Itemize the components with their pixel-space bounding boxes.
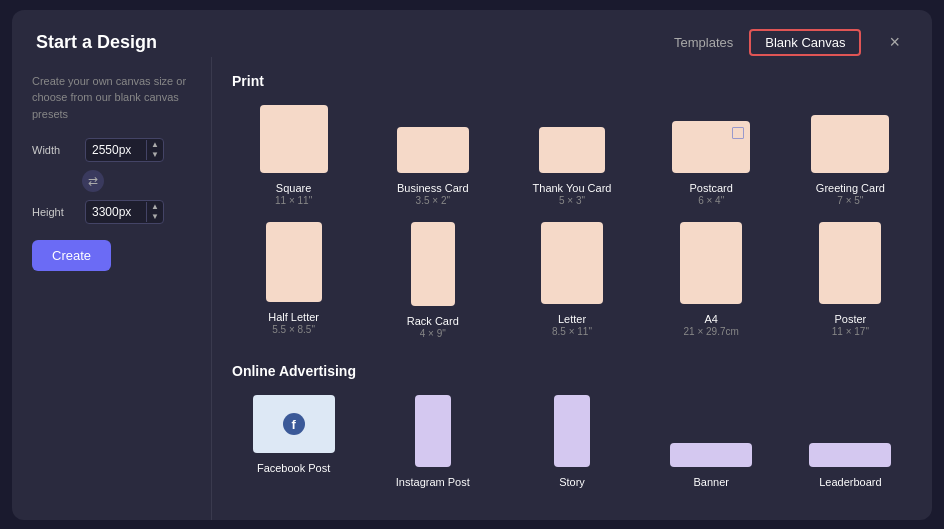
online-advertising-section: Online Advertising f Facebook Post Insta… (232, 363, 912, 489)
facebook-post-preview: f (253, 395, 335, 453)
template-business-card[interactable]: Business Card 3.5 × 2" (371, 105, 494, 206)
height-label: Height (32, 206, 77, 218)
thank-you-card-preview (539, 127, 605, 173)
half-letter-name: Half Letter (268, 310, 319, 324)
leaderboard-name: Leaderboard (819, 475, 881, 489)
facebook-icon: f (283, 413, 305, 435)
width-decrement[interactable]: ▼ (147, 150, 163, 160)
template-thank-you-card[interactable]: Thank You Card 5 × 3" (510, 105, 633, 206)
template-a4[interactable]: A4 21 × 29.7cm (650, 222, 773, 339)
sidebar-description: Create your own canvas size or choose fr… (32, 73, 191, 123)
greeting-card-name: Greeting Card (816, 181, 885, 195)
close-button[interactable]: × (881, 28, 908, 57)
a4-preview (680, 222, 742, 304)
modal-header: Start a Design Templates Blank Canvas × (12, 10, 932, 57)
square-preview (260, 105, 328, 173)
height-decrement[interactable]: ▼ (147, 212, 163, 222)
width-input[interactable] (86, 139, 146, 161)
height-input-wrapper: ▲ ▼ (85, 200, 164, 224)
tab-templates[interactable]: Templates (658, 29, 749, 56)
poster-size: 11 × 17" (832, 326, 869, 337)
facebook-post-name: Facebook Post (257, 461, 330, 475)
story-preview (554, 395, 590, 467)
postcard-name: Postcard (689, 181, 732, 195)
content-area: Print Square 11 × 11" Business Card 3.5 … (212, 57, 932, 520)
width-input-wrapper: ▲ ▼ (85, 138, 164, 162)
print-grid: Square 11 × 11" Business Card 3.5 × 2" T… (232, 105, 912, 340)
banner-name: Banner (693, 475, 728, 489)
sidebar: Create your own canvas size or choose fr… (12, 57, 212, 520)
tab-group: Templates Blank Canvas (658, 29, 861, 56)
story-name: Story (559, 475, 585, 489)
template-postcard[interactable]: Postcard 6 × 4" (650, 105, 773, 206)
tab-blank-canvas[interactable]: Blank Canvas (749, 29, 861, 56)
banner-preview (670, 443, 752, 467)
dimension-fields: Width ▲ ▼ ⇄ Height (32, 138, 191, 224)
postcard-size: 6 × 4" (698, 195, 724, 206)
swap-button[interactable]: ⇄ (82, 170, 104, 192)
template-rack-card[interactable]: Rack Card 4 × 9" (371, 222, 494, 339)
rack-card-name: Rack Card (407, 314, 459, 328)
height-row: Height ▲ ▼ (32, 200, 191, 224)
template-leaderboard[interactable]: Leaderboard (789, 395, 912, 489)
template-letter[interactable]: Letter 8.5 × 11" (510, 222, 633, 339)
online-grid: f Facebook Post Instagram Post Story (232, 395, 912, 489)
modal-body: Create your own canvas size or choose fr… (12, 57, 932, 520)
poster-name: Poster (834, 312, 866, 326)
template-poster[interactable]: Poster 11 × 17" (789, 222, 912, 339)
letter-preview (541, 222, 603, 304)
postcard-preview (672, 121, 750, 173)
leaderboard-preview (809, 443, 891, 467)
template-instagram-post[interactable]: Instagram Post (371, 395, 494, 489)
template-story[interactable]: Story (510, 395, 633, 489)
business-card-name: Business Card (397, 181, 469, 195)
height-input[interactable] (86, 201, 146, 223)
greeting-card-preview (811, 115, 889, 173)
thank-you-card-name: Thank You Card (533, 181, 612, 195)
business-card-preview (397, 127, 469, 173)
instagram-post-name: Instagram Post (396, 475, 470, 489)
template-half-letter[interactable]: Half Letter 5.5 × 8.5" (232, 222, 355, 339)
letter-size: 8.5 × 11" (552, 326, 592, 337)
thank-you-card-size: 5 × 3" (559, 195, 585, 206)
template-greeting-card[interactable]: Greeting Card 7 × 5" (789, 105, 912, 206)
swap-row: ⇄ (32, 170, 191, 192)
greeting-card-size: 7 × 5" (837, 195, 863, 206)
print-section: Print Square 11 × 11" Business Card 3.5 … (232, 73, 912, 340)
width-increment[interactable]: ▲ (147, 140, 163, 150)
square-size: 11 × 11" (275, 195, 312, 206)
a4-name: A4 (704, 312, 717, 326)
template-square[interactable]: Square 11 × 11" (232, 105, 355, 206)
instagram-post-preview (415, 395, 451, 467)
design-modal: Start a Design Templates Blank Canvas × … (12, 10, 932, 520)
width-row: Width ▲ ▼ (32, 138, 191, 162)
business-card-size: 3.5 × 2" (416, 195, 450, 206)
half-letter-size: 5.5 × 8.5" (272, 324, 315, 335)
poster-preview (819, 222, 881, 304)
rack-card-size: 4 × 9" (420, 328, 446, 339)
online-advertising-title: Online Advertising (232, 363, 912, 379)
create-button[interactable]: Create (32, 240, 111, 271)
modal-title: Start a Design (36, 32, 157, 53)
print-section-title: Print (232, 73, 912, 89)
a4-size: 21 × 29.7cm (684, 326, 739, 337)
half-letter-preview (266, 222, 322, 302)
height-increment[interactable]: ▲ (147, 202, 163, 212)
width-label: Width (32, 144, 77, 156)
template-banner[interactable]: Banner (650, 395, 773, 489)
height-stepper: ▲ ▼ (146, 202, 163, 222)
rack-card-preview (411, 222, 455, 306)
postcard-corner-icon (732, 127, 744, 139)
letter-name: Letter (558, 312, 586, 326)
template-facebook-post[interactable]: f Facebook Post (232, 395, 355, 489)
square-name: Square (276, 181, 311, 195)
width-stepper: ▲ ▼ (146, 140, 163, 160)
